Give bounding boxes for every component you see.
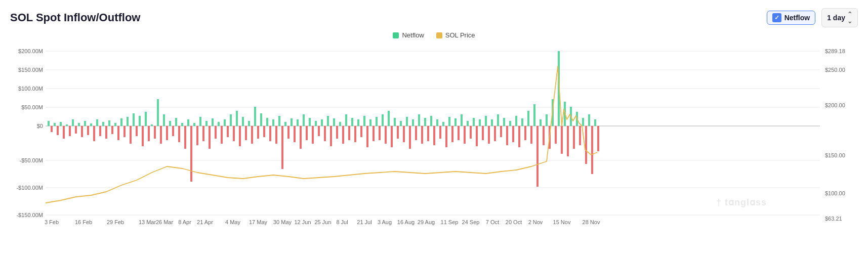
svg-rect-147 (421, 126, 423, 144)
svg-rect-74 (199, 117, 201, 126)
svg-rect-160 (461, 114, 463, 126)
svg-rect-165 (476, 126, 478, 146)
svg-rect-195 (567, 126, 569, 156)
svg-rect-39 (93, 126, 95, 141)
svg-rect-134 (382, 114, 384, 126)
svg-rect-149 (427, 126, 429, 141)
svg-text:$100.00: $100.00 (825, 190, 845, 196)
svg-rect-94 (260, 113, 262, 126)
svg-rect-191 (555, 126, 557, 144)
svg-text:16 Feb: 16 Feb (75, 219, 92, 225)
svg-rect-154 (442, 122, 444, 126)
svg-rect-41 (99, 126, 101, 136)
svg-rect-48 (120, 118, 122, 126)
svg-rect-163 (470, 126, 472, 139)
svg-rect-188 (546, 114, 548, 126)
svg-text:$50.00M: $50.00M (21, 104, 43, 110)
svg-text:8 Jul: 8 Jul (336, 219, 348, 225)
svg-text:7 Oct: 7 Oct (486, 219, 499, 225)
svg-rect-54 (139, 116, 141, 126)
svg-rect-40 (96, 119, 98, 126)
svg-text:$289.18: $289.18 (825, 48, 845, 54)
svg-rect-81 (221, 126, 223, 144)
svg-rect-32 (72, 119, 74, 126)
svg-rect-125 (354, 126, 356, 142)
svg-rect-34 (78, 123, 80, 126)
svg-rect-200 (582, 118, 584, 126)
svg-rect-132 (376, 117, 378, 126)
svg-rect-148 (424, 118, 426, 126)
svg-rect-84 (230, 114, 232, 126)
legend-item-solprice: SOL Price (436, 31, 475, 39)
svg-rect-61 (160, 126, 162, 144)
svg-rect-138 (394, 118, 396, 126)
svg-rect-118 (333, 118, 335, 126)
svg-rect-104 (291, 118, 293, 126)
svg-rect-182 (527, 111, 529, 126)
svg-text:30 May: 30 May (273, 219, 292, 225)
svg-rect-36 (84, 121, 86, 126)
svg-rect-71 (190, 126, 192, 182)
svg-rect-86 (236, 111, 238, 126)
svg-rect-98 (272, 119, 274, 126)
svg-rect-101 (281, 126, 283, 169)
timeframe-selector[interactable]: 1 day ⌃⌄ (821, 8, 858, 27)
svg-rect-45 (111, 126, 113, 134)
header-controls: ✓ Netflow 1 day ⌃⌄ (767, 8, 858, 27)
svg-rect-89 (245, 126, 247, 140)
svg-text:$100.00M: $100.00M (18, 86, 43, 92)
svg-text:-$100.00M: -$100.00M (16, 185, 43, 191)
svg-text:$200.00M: $200.00M (18, 48, 43, 54)
svg-rect-58 (151, 124, 153, 126)
svg-rect-67 (178, 126, 180, 142)
svg-rect-30 (66, 124, 68, 126)
svg-rect-102 (284, 122, 286, 126)
svg-rect-197 (573, 126, 575, 149)
svg-rect-175 (506, 126, 508, 145)
svg-text:-$50.00M: -$50.00M (20, 157, 43, 163)
svg-rect-77 (209, 126, 211, 149)
svg-rect-180 (521, 118, 523, 126)
svg-rect-187 (543, 126, 545, 145)
svg-rect-128 (363, 116, 365, 126)
svg-rect-107 (300, 126, 302, 149)
svg-rect-166 (479, 119, 481, 126)
svg-rect-109 (306, 126, 308, 140)
svg-rect-120 (339, 122, 341, 126)
svg-rect-106 (297, 119, 299, 126)
svg-text:$0: $0 (37, 123, 43, 129)
svg-text:29 Aug: 29 Aug (418, 219, 435, 225)
svg-rect-42 (102, 122, 104, 126)
svg-rect-141 (403, 126, 405, 142)
svg-rect-137 (391, 126, 393, 147)
svg-rect-140 (400, 121, 402, 126)
svg-rect-156 (448, 117, 450, 126)
svg-rect-97 (269, 126, 271, 141)
svg-rect-25 (51, 126, 53, 132)
netflow-toggle[interactable]: ✓ Netflow (767, 11, 816, 25)
svg-rect-161 (464, 126, 466, 144)
svg-rect-117 (330, 126, 332, 146)
svg-rect-185 (536, 126, 539, 187)
svg-text:28 Nov: 28 Nov (583, 219, 600, 225)
svg-rect-87 (239, 126, 241, 146)
svg-rect-150 (430, 116, 432, 126)
svg-rect-178 (515, 116, 517, 126)
svg-text:3 Aug: 3 Aug (378, 219, 392, 225)
svg-rect-124 (351, 118, 353, 126)
svg-rect-169 (488, 126, 490, 144)
svg-rect-80 (218, 122, 220, 126)
svg-rect-186 (540, 119, 542, 126)
checkbox-icon: ✓ (772, 13, 781, 22)
svg-rect-47 (117, 126, 119, 140)
svg-rect-52 (133, 113, 135, 126)
solprice-color-indicator (436, 32, 442, 38)
svg-rect-70 (187, 119, 189, 126)
svg-rect-167 (482, 126, 484, 140)
svg-rect-75 (202, 126, 204, 141)
svg-rect-99 (275, 126, 277, 144)
svg-rect-123 (348, 126, 350, 140)
svg-rect-126 (357, 119, 359, 126)
svg-rect-177 (512, 126, 514, 142)
chart-area: $200.00M $150.00M $100.00M $50.00M $0 -$… (10, 41, 858, 228)
